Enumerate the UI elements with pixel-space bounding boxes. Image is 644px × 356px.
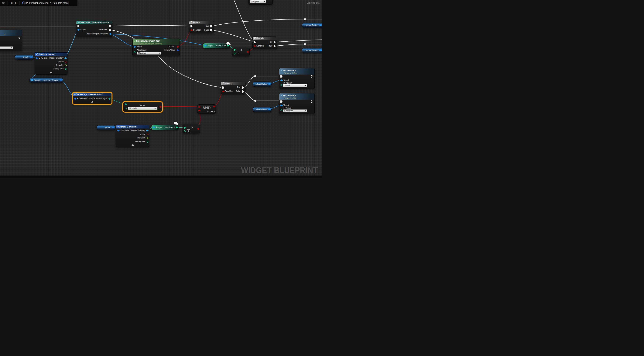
pill-item-l[interactable]: Item L [96, 125, 116, 130]
visibility-dropdown[interactable]: Collapsed [283, 109, 307, 112]
enum-compare-pin[interactable] [125, 108, 126, 109]
reroute-node[interactable] [304, 18, 306, 20]
in-visibility-pin[interactable] [280, 84, 282, 86]
add-pin-button[interactable]: Add pin + [207, 111, 215, 113]
true-exec-pin[interactable] [210, 25, 212, 28]
int-in-pin[interactable] [234, 49, 235, 51]
target-pin[interactable] [134, 46, 136, 48]
condition-pin[interactable] [190, 29, 192, 31]
false-exec-pin[interactable] [210, 29, 212, 32]
inventory-details-out-pin[interactable] [60, 79, 62, 81]
node-select-attachment-item[interactable]: fSelect Attachment Item Target is BP Wea… [132, 39, 180, 56]
item-count-out-pin[interactable] [227, 45, 229, 47]
forward-arrow-icon[interactable]: ▶ [15, 1, 17, 5]
node-branch-middle[interactable]: Branch True Condition False [221, 82, 246, 94]
exec-in-pin[interactable] [222, 87, 224, 89]
node-cast-to-bp-weaponinventory[interactable]: »Cast To BP_WeaponInventory Object Cast … [76, 21, 112, 37]
decay-time-pin[interactable] [147, 141, 148, 143]
item-out-pin[interactable] [30, 56, 32, 58]
item-out-pin[interactable] [112, 127, 114, 128]
in-use-pin[interactable] [147, 134, 148, 135]
exec-out-pin[interactable] [311, 100, 313, 103]
enum-in-pin[interactable] [125, 104, 126, 105]
exec-in-pin[interactable] [254, 41, 256, 43]
is-valid-pin[interactable] [177, 46, 178, 48]
breadcrumb-root[interactable]: BP_ItemOptionsMenu [24, 2, 48, 4]
object-pin[interactable] [78, 29, 79, 31]
widget-out-pin[interactable] [268, 109, 270, 110]
durability-pin[interactable] [147, 137, 148, 139]
s-container-details-pin[interactable] [74, 98, 76, 100]
visibility-dropdown[interactable]: Collapsed [250, 0, 266, 3]
enum-dropdown[interactable]: Magazine [128, 107, 158, 110]
exec-out-pin[interactable] [18, 37, 20, 39]
target-pin[interactable] [280, 80, 282, 81]
pill-get-item-count[interactable]: Target Item Count [202, 43, 230, 49]
pill-unload-button[interactable]: Unload Button [253, 107, 272, 112]
target-in-pin[interactable] [204, 45, 206, 47]
return-value-pin[interactable] [177, 49, 178, 51]
partial-node-left[interactable]: et [0, 30, 22, 51]
bool-out-pin[interactable] [247, 51, 249, 53]
container-type-pin[interactable] [108, 98, 110, 100]
s-inv-item-pin[interactable] [36, 57, 38, 59]
node-break-s-containerdetails[interactable]: Break S_ContainerDetails S Container Det… [73, 93, 112, 104]
condition-pin[interactable] [254, 45, 256, 47]
false-exec-pin[interactable] [274, 45, 276, 47]
s-inv-item-pin[interactable] [117, 130, 119, 131]
widget-out-pin[interactable] [268, 83, 270, 85]
pill-item-l[interactable]: Item L [15, 55, 34, 60]
target-pin[interactable] [280, 105, 282, 106]
breadcrumb-current[interactable]: Populate Menu [52, 2, 69, 4]
condition-pin[interactable] [222, 91, 224, 92]
widget-out-pin[interactable] [319, 50, 321, 51]
item-count-out-pin[interactable] [176, 127, 178, 128]
partial-node-top[interactable]: Collapsed [248, 0, 273, 5]
master-inventory-pin[interactable] [146, 130, 148, 131]
true-exec-pin[interactable] [242, 87, 244, 89]
pill-get-item-count[interactable]: Target Item Count [151, 125, 179, 130]
target-in-pin[interactable] [31, 79, 33, 81]
reroute-node[interactable] [254, 100, 256, 102]
collapse-arrow-icon[interactable] [91, 101, 93, 103]
target-in-pin[interactable] [153, 127, 154, 128]
exec-in-pin[interactable] [78, 25, 80, 27]
collapse-arrow-icon[interactable] [132, 144, 134, 146]
exec-in-pin[interactable] [280, 100, 282, 103]
true-exec-pin[interactable] [274, 41, 276, 43]
node-greater-bottom[interactable]: 0 > [182, 124, 200, 133]
node-set-visibility-top[interactable]: fSet Visibility Target is Widget Target … [279, 68, 315, 89]
visibility-dropdown[interactable] [0, 46, 13, 49]
collapse-arrow-icon[interactable] [50, 72, 52, 73]
exec-out-pin[interactable] [109, 25, 111, 27]
node-branch-top[interactable]: Branch True Condition False [189, 21, 214, 33]
int-compare-pin[interactable] [234, 53, 235, 55]
int-value-input[interactable]: 0 [237, 52, 240, 55]
widget-out-pin[interactable] [319, 25, 321, 26]
pill-get-inventory-details[interactable]: Target Inventory Details [30, 78, 63, 83]
in-use-pin[interactable] [65, 61, 66, 63]
node-branch-right[interactable]: Branch True Condition False [252, 37, 277, 49]
master-inventory-pin[interactable] [64, 57, 66, 59]
reroute-node[interactable] [304, 43, 306, 45]
false-exec-pin[interactable] [242, 90, 244, 93]
blueprint-graph[interactable]: Collapsed et »Cast To BP_WeaponInventory… [0, 0, 322, 178]
node-set-visibility-bottom[interactable]: fSet Visibility Target is Widget Target … [279, 93, 315, 114]
visibility-dropdown[interactable]: Visible [283, 84, 307, 87]
bool-out-pin[interactable] [160, 106, 161, 108]
exec-in-pin[interactable] [190, 25, 192, 28]
node-greater-top[interactable]: 0 > [232, 48, 250, 56]
attachment-pin[interactable] [134, 51, 136, 53]
int-value-input[interactable]: 0 [187, 129, 190, 133]
pill-unload-button[interactable]: Unload Button [302, 48, 322, 53]
exec-out-pin[interactable] [311, 75, 313, 78]
as-bp-weapon-inventory-pin[interactable] [110, 33, 111, 35]
favorite-star-icon[interactable]: ☆ [2, 1, 5, 5]
node-and[interactable]: AND Add pin + [197, 104, 216, 114]
attachment-dropdown[interactable]: Magazine [137, 52, 162, 55]
pill-unload-button[interactable]: Unload Button [253, 82, 272, 87]
reroute-node[interactable] [254, 75, 256, 77]
bool-out-pin[interactable] [197, 128, 199, 130]
pill-unload-button[interactable]: Unload Button [302, 23, 322, 28]
node-break-s-invitem-top[interactable]: Break S_InvItem S Inv Item Master Invent… [34, 52, 68, 75]
